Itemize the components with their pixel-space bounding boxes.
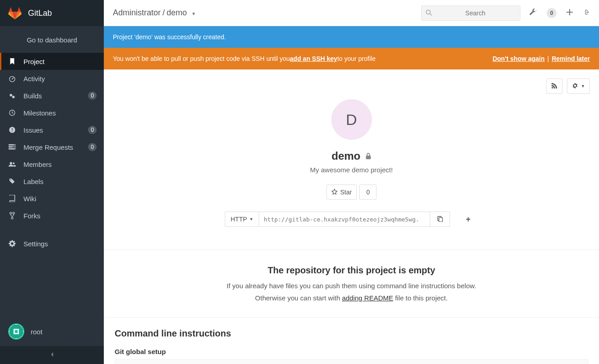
user-avatar-icon [8,323,24,340]
sidebar-item-label: Settings [23,240,48,248]
clone-url-input[interactable] [259,212,430,227]
main-content: Project 'demo' was successfully created.… [104,26,599,364]
sidebar-item-label: Labels [23,178,43,185]
todos-count: 0 [547,8,557,18]
svg-point-12 [10,162,12,164]
svg-rect-10 [12,146,16,147]
star-count: 0 [359,184,376,200]
svg-rect-9 [14,144,16,146]
bookmark-icon [8,58,16,65]
breadcrumb-owner[interactable]: Administrator [113,8,161,18]
flash-success: Project 'demo' was successfully created. [104,26,599,48]
sidebar-item-merge-requests[interactable]: Merge Requests0 [0,138,104,156]
plus-icon: + [466,215,471,224]
search-input[interactable] [421,5,520,21]
sidebar-item-builds[interactable]: Builds0 [0,87,104,104]
lock-icon [365,150,371,162]
sidebar-item-activity[interactable]: Activity [0,70,104,87]
sidebar-item-wiki[interactable]: Wiki [0,190,104,207]
book-icon [8,195,16,202]
sidebar-item-label: Builds [23,92,42,100]
cli-section-heading: Git global setup [115,348,588,355]
svg-rect-24 [366,156,371,159]
breadcrumb: Administrator / demo ▼ [113,8,196,18]
go-to-dashboard-link[interactable]: Go to dashboard [0,26,104,53]
collapse-sidebar-button[interactable] [0,346,104,364]
search-box [421,5,520,21]
breadcrumb-project[interactable]: demo [167,8,187,18]
svg-rect-4 [12,128,12,130]
sidebar: GitLab Go to dashboard ProjectActivityBu… [0,0,104,364]
search-icon [426,9,432,17]
svg-rect-26 [439,217,442,222]
sidebar-item-members[interactable]: Members [0,156,104,173]
current-user[interactable]: root [0,317,104,346]
copy-icon [437,216,443,223]
sidebar-item-issues[interactable]: Issues0 [0,121,104,138]
svg-rect-11 [14,148,16,150]
add-ssh-key-link[interactable]: add an SSH key [290,55,337,62]
sidebar-item-forks[interactable]: Forks [0,207,104,224]
username: root [31,328,42,336]
sign-out-button[interactable] [583,9,590,17]
new-button[interactable] [566,9,573,17]
admin-button[interactable] [529,9,537,17]
clone-protocol-dropdown[interactable]: HTTP ▼ [225,212,259,227]
sign-out-icon [583,9,590,17]
add-button[interactable]: + [458,212,478,227]
flash-ssh-warning: You won't be able to pull or push projec… [104,48,599,69]
svg-rect-19 [15,330,18,333]
empty-repo-text: If you already have files you can push t… [113,282,590,290]
svg-rect-5 [12,131,12,132]
gitlab-logo-icon [8,7,22,19]
svg-point-13 [13,162,14,164]
cogs-icon [8,240,16,247]
page-header: Administrator / demo ▼ 0 [104,0,599,26]
count-badge: 0 [88,143,97,151]
sidebar-item-project[interactable]: Project [0,53,104,70]
star-button[interactable]: Star [326,184,357,200]
cli-heading: Command line instructions [115,328,588,339]
header-actions: 0 [529,8,590,18]
project-settings-button[interactable]: ▼ [567,78,590,94]
plus-icon [566,9,573,17]
dismiss-ssh-link[interactable]: Don't show again [492,55,544,62]
exclaim-icon [8,126,16,134]
project-name: demo [331,150,360,162]
sidebar-nav: ProjectActivityBuilds0MilestonesIssues0M… [0,53,104,224]
sidebar-item-label: Activity [23,75,45,83]
add-readme-link[interactable]: adding README [342,294,393,302]
todos-button[interactable]: 0 [547,8,557,18]
rss-button[interactable] [546,78,562,94]
svg-point-20 [426,10,430,14]
tags-icon [8,178,16,185]
copy-url-button[interactable] [430,212,450,227]
count-badge: 0 [88,126,97,134]
wrench-icon [529,9,537,17]
cli-codeblock[interactable] [115,359,588,364]
sidebar-item-labels[interactable]: Labels [0,173,104,190]
chevron-down-icon: ▼ [249,217,253,221]
chevron-down-icon: ▼ [581,84,585,88]
sidebar-item-settings[interactable]: Settings [0,235,104,252]
sidebar-item-label: Members [23,161,52,168]
svg-point-1 [12,78,13,79]
users-icon [8,161,16,168]
svg-point-16 [13,212,14,214]
brand[interactable]: GitLab [0,0,104,26]
dashboard-icon [8,75,16,82]
svg-point-17 [11,217,13,219]
sidebar-item-label: Wiki [23,195,36,203]
sidebar-item-label: Project [23,58,45,65]
tasks-icon [8,143,16,151]
project-avatar: D [331,99,372,140]
sidebar-item-milestones[interactable]: Milestones [0,104,104,121]
count-badge: 0 [88,92,97,100]
project-dropdown-toggle[interactable]: ▼ [191,11,196,16]
empty-repo-title: The repository for this project is empty [113,265,590,276]
sidebar-item-label: Milestones [23,109,56,117]
remind-later-link[interactable]: Remind later [552,55,590,62]
svg-rect-22 [566,12,573,13]
clock-icon [8,109,16,116]
rss-icon [551,83,557,90]
